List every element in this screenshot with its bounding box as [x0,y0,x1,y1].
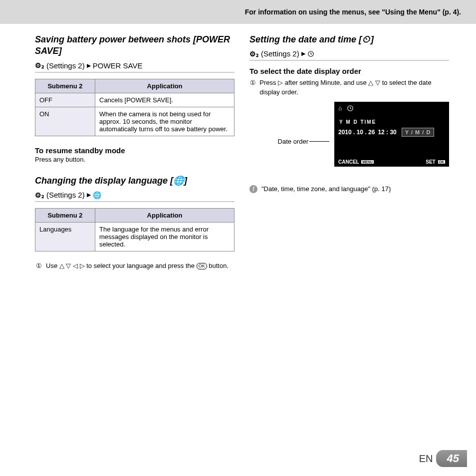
camera-lcd: ⌂ Y M D TIME 2010 . 10 . 26 12 : 30 Y / … [334,102,449,167]
crumb-end: POWER SAVE [93,61,143,70]
table-row: OFF Cancels [POWER SAVE]. [35,93,235,107]
t: after setting Minute, and use [285,79,369,86]
datetime-breadcrumb: ⚙₂ (Settings 2) ▶ [249,49,449,61]
arrow-icons: △ ▽ [368,79,380,86]
footer-page-number: 45 [436,450,467,467]
table-row: Languages The language for the menus and… [35,223,235,251]
triangle-icon: ▶ [87,192,91,198]
note-text: "Date, time, time zone, and language" (p… [261,185,391,193]
cell-key: Languages [35,223,95,251]
world-icon: 🌐 [93,191,101,199]
arrow-icon: ▷ [278,79,283,86]
cell-val: The language for the menus and error mes… [95,223,235,251]
t: Use [46,262,59,269]
resume-heading: To resume standby mode [35,146,235,155]
t: SET [426,159,435,165]
power-save-table: Submenu 2 Application OFF Cancels [POWER… [35,79,235,136]
datetime-title: Setting the date and time [⏲] [249,34,449,45]
content-columns: Saving battery power between shots [POWE… [0,24,476,270]
menu-chip: MENU [361,160,374,164]
settings-icon: ⚙₂ [35,191,44,199]
table-header-row: Submenu 2 Application [35,79,235,93]
th-submenu: Submenu 2 [35,209,95,223]
date-order-heading: To select the date display order [249,67,449,75]
t: Press [259,79,278,86]
cell-key: OFF [35,93,95,107]
t: CANCEL [338,159,359,165]
th-submenu: Submenu 2 [35,79,95,93]
table-row: ON When the camera is not being used for… [35,107,235,136]
footer-language: EN [419,453,433,465]
language-table: Submenu 2 Application Languages The lang… [35,208,235,251]
settings-icon: ⚙₂ [35,61,44,69]
note: ! "Date, time, time zone, and language" … [249,185,449,193]
header-bar: For information on using the menus, see … [0,0,476,24]
lcd-time: 12 : 30 [378,129,396,136]
th-application: Application [95,209,235,223]
pointer-line [309,141,329,142]
step-number: ① [249,78,256,96]
lcd-labels: Y M D TIME [334,115,449,127]
settings-label: (Settings 2) [261,49,299,58]
resume-text: Press any button. [35,156,235,163]
lcd-row: 2010 . 10 . 26 12 : 30 Y / M / D [334,127,449,138]
cell-val: Cancels [POWER SAVE]. [95,93,235,107]
step-number: ① [35,261,43,270]
header-text: For information on using the menus, see … [245,8,461,16]
date-order-pointer: Date order [249,138,329,145]
th-application: Application [95,79,235,93]
cell-val: When the camera is not being used for ap… [95,107,235,136]
lcd-date: 2010 . 10 . 26 [338,129,375,136]
left-column: Saving battery power between shots [POWE… [35,34,235,270]
lcd-bottom: CANCEL MENU SET OK [334,159,449,165]
step-text: Press ▷ after setting Minute, and use △ … [259,78,449,96]
cell-key: ON [35,107,95,136]
settings-icon: ⚙₂ [249,50,259,58]
t: button. [209,262,229,269]
triangle-icon: ▶ [301,50,305,57]
ok-chip: OK [438,160,446,164]
table-header-row: Submenu 2 Application [35,209,235,223]
language-step: ① Use △ ▽ ◁ ▷ to select your language an… [35,261,235,270]
arrow-icons: △ ▽ ◁ ▷ [59,262,85,269]
ok-button-icon: OK [197,263,207,269]
power-save-breadcrumb: ⚙₂ (Settings 2) ▶ POWER SAVE [35,61,235,73]
step-text: Use △ ▽ ◁ ▷ to select your language and … [46,261,229,270]
language-breadcrumb: ⚙₂ (Settings 2) ▶ 🌐 [35,191,235,202]
clock-icon [307,49,314,58]
home-icon: ⌂ [338,105,342,112]
power-save-title: Saving battery power between shots [POWE… [35,34,235,57]
right-column: Setting the date and time [⏲] ⚙₂ (Settin… [249,34,449,270]
lcd-top: ⌂ [334,102,449,115]
note-icon: ! [249,185,257,193]
lcd-cancel: CANCEL MENU [338,159,374,165]
lcd-set: SET OK [426,159,445,165]
language-title: Changing the display language [🌐] [35,175,235,187]
settings-label: (Settings 2) [46,191,85,199]
date-order-box: Y / M / D [402,128,435,137]
settings-label: (Settings 2) [46,61,85,70]
t: to select your language and press the [86,262,196,269]
datetime-step: ① Press ▷ after setting Minute, and use … [249,78,449,96]
triangle-icon: ▶ [87,62,91,69]
pointer-text: Date order [278,138,308,145]
page-footer: EN 45 [419,450,467,467]
clock-icon [347,105,354,112]
